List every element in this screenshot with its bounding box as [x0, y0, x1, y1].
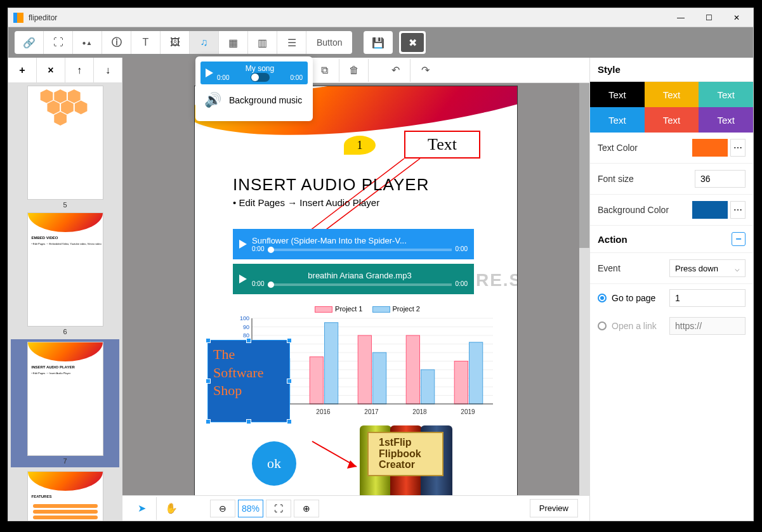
- page-subheading: • Edit Pages → Insert Audio Player: [233, 197, 379, 208]
- shape-tool[interactable]: ●▲: [73, 31, 102, 54]
- swatch-teal[interactable]: Text: [699, 82, 753, 107]
- zoom-out-button[interactable]: ⊖: [210, 500, 235, 517]
- svg-rect-36: [372, 353, 386, 404]
- svg-text:2019: 2019: [461, 408, 475, 415]
- page-canvas[interactable]: 1 Text INSERT AUDIO PLAYER • Edit Pages …: [194, 86, 518, 495]
- swatch-red[interactable]: Text: [645, 107, 699, 133]
- canvas-viewport[interactable]: 1 Text INSERT AUDIO PLAYER • Edit Pages …: [122, 83, 589, 495]
- text-color-more[interactable]: ⋯: [730, 139, 746, 157]
- move-up-button[interactable]: ↑: [65, 58, 94, 82]
- play-icon[interactable]: [206, 68, 213, 77]
- svg-marker-5: [74, 101, 87, 115]
- svg-text:100: 100: [240, 315, 249, 321]
- swatch-blue[interactable]: Text: [590, 107, 645, 133]
- preview-button[interactable]: Preview: [530, 499, 578, 517]
- save-button[interactable]: 💾: [364, 31, 393, 54]
- copy-button[interactable]: ⧉: [310, 59, 339, 82]
- thumb-6[interactable]: EMBED VIDEO• Edit Pages → Embedded Video…: [11, 212, 119, 335]
- hand-tool[interactable]: ✋: [157, 497, 186, 520]
- audio-toggle[interactable]: [251, 73, 270, 82]
- svg-marker-4: [67, 89, 80, 103]
- canvas-footer: ➤ ✋ ⊖ 88% ⛶ ⊕ Preview: [122, 495, 589, 521]
- goto-page-row: Go to page: [590, 284, 753, 312]
- text-tool[interactable]: T: [131, 31, 161, 54]
- svg-marker-2: [47, 101, 60, 115]
- thumb-5[interactable]: 5: [11, 86, 119, 209]
- svg-text:90: 90: [243, 324, 249, 330]
- delete-button[interactable]: 🗑: [339, 59, 369, 82]
- svg-text:2016: 2016: [316, 408, 331, 415]
- canvas-area: ≡ ≣ ≡ ⧉ 🗑 ↶ ↷ 1 Text INSERT AUDIO PLAYER…: [122, 58, 589, 521]
- swatch-yellow[interactable]: Text: [645, 82, 699, 107]
- audio-player-2[interactable]: breathin Ariana Grande.mp3 0:000:00: [233, 264, 474, 294]
- link-radio[interactable]: [598, 321, 607, 330]
- page-thumbnails[interactable]: 5 EMBED VIDEO• Edit Pages → Embedded Vid…: [8, 83, 122, 521]
- thumb-7[interactable]: INSERT AUDIO PLAYER• Edit Pages → Insert…: [11, 339, 119, 467]
- audio-preview-player[interactable]: My song 0:000:00: [200, 62, 308, 84]
- image-tool[interactable]: 🖼: [161, 31, 190, 54]
- audio-tool[interactable]: ♫: [190, 31, 219, 54]
- minimize-button[interactable]: —: [674, 11, 687, 24]
- zoom-value[interactable]: 88%: [238, 500, 263, 517]
- font-size-row: Font size: [590, 164, 753, 195]
- event-row: Event Press down⌵: [590, 253, 753, 284]
- zoom-in-button[interactable]: ⊕: [294, 500, 319, 517]
- arrow-icon: [309, 438, 366, 476]
- speaker-icon: 🔊: [204, 92, 221, 108]
- background-music-option[interactable]: 🔊 Background music: [200, 84, 308, 116]
- svg-text:2017: 2017: [364, 408, 379, 415]
- info-tool[interactable]: ⓘ: [102, 31, 131, 54]
- bg-color-swatch[interactable]: [692, 201, 728, 219]
- svg-rect-41: [454, 361, 468, 405]
- event-select[interactable]: Press down⌵: [669, 259, 746, 277]
- audio-player-1[interactable]: Sunflower (Spider-Man Into the Spider-V.…: [233, 229, 474, 259]
- swatch-black[interactable]: Text: [590, 82, 645, 107]
- insert-tools: 🔗 ⛶ ●▲ ⓘ T 🖼 ♫ ▦ ▥ ☰ Button: [15, 31, 352, 54]
- window-title: flipeditor: [29, 13, 674, 22]
- text-color-swatch[interactable]: [692, 139, 728, 157]
- page-number-badge: 1: [344, 136, 376, 155]
- fit-screen-button[interactable]: ⛶: [266, 500, 291, 517]
- pointer-tool[interactable]: ➤: [128, 497, 157, 520]
- button-tool[interactable]: Button: [306, 31, 352, 54]
- redo-button[interactable]: ↷: [411, 59, 440, 82]
- font-size-input[interactable]: [695, 170, 746, 188]
- link-tool[interactable]: 🔗: [15, 31, 44, 54]
- svg-marker-6: [54, 112, 67, 126]
- svg-rect-33: [324, 323, 338, 404]
- vertical-scrollbar[interactable]: [579, 83, 589, 495]
- goto-page-input[interactable]: [669, 289, 746, 307]
- list-tool[interactable]: ☰: [277, 31, 306, 54]
- page-tools: + × ↑ ↓: [8, 58, 122, 83]
- page-heading: INSERT AUDIO PLAYER: [233, 175, 429, 195]
- video-tool[interactable]: ▦: [219, 31, 248, 54]
- main-toolbar: 🔗 ⛶ ●▲ ⓘ T 🖼 ♫ ▦ ▥ ☰ Button 💾 ✖: [8, 27, 753, 58]
- thumb-8[interactable]: FEATURES: [11, 471, 119, 521]
- swatch-purple[interactable]: Text: [699, 107, 753, 133]
- add-page-button[interactable]: +: [8, 58, 37, 82]
- crop-tool[interactable]: ⛶: [44, 31, 73, 54]
- ok-button-shape[interactable]: ok: [252, 441, 296, 486]
- play-icon[interactable]: [239, 240, 247, 249]
- undo-button[interactable]: ↶: [381, 59, 411, 82]
- collapse-action-button[interactable]: −: [732, 232, 746, 246]
- move-down-button[interactable]: ↓: [94, 58, 122, 82]
- discard-button[interactable]: ✖: [401, 33, 424, 52]
- app-icon: [13, 13, 23, 23]
- delete-page-button[interactable]: ×: [37, 58, 65, 82]
- text-callout[interactable]: Text: [404, 131, 480, 159]
- play-icon[interactable]: [239, 275, 247, 283]
- bg-color-more[interactable]: ⋯: [730, 201, 746, 219]
- app-window: flipeditor — ☐ ✕ 🔗 ⛶ ●▲ ⓘ T 🖼 ♫ ▦ ▥ ☰ Bu…: [8, 8, 754, 521]
- link-input[interactable]: [669, 317, 746, 335]
- sidebar: + × ↑ ↓ 5 EMBED VIDEO• Edit Pages → Embe…: [8, 58, 122, 521]
- svg-marker-3: [61, 101, 74, 115]
- goto-radio[interactable]: [598, 294, 607, 302]
- maximize-button[interactable]: ☐: [702, 11, 715, 24]
- close-button[interactable]: ✕: [730, 11, 743, 24]
- open-link-row: Open a link: [590, 312, 753, 340]
- book-image: 1stFlipFlipbookCreator: [360, 425, 471, 495]
- selected-text-box[interactable]: The Software Shop: [207, 340, 290, 422]
- chart-tool[interactable]: ▥: [248, 31, 277, 54]
- style-title: Style: [590, 58, 753, 82]
